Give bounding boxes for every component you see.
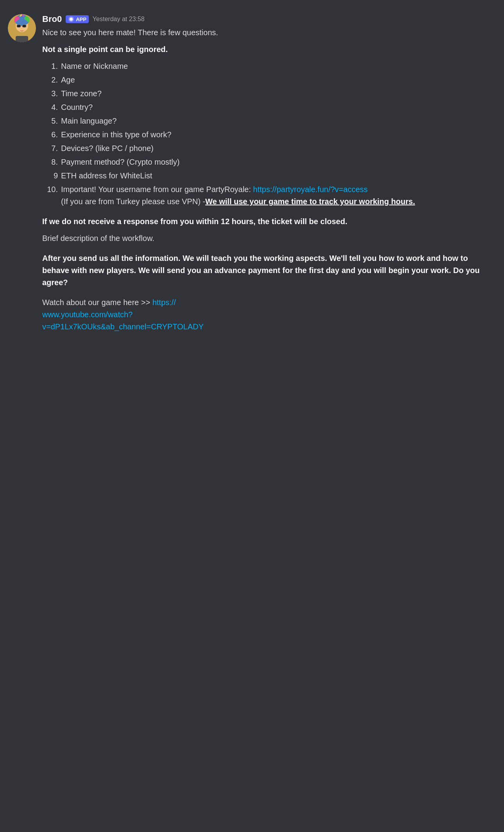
list-item: 9 ETH address for WhiteList: [42, 170, 496, 182]
list-item-10: 10. Important! Your username from our ga…: [42, 183, 496, 208]
list-text: ETH address for WhiteList: [61, 170, 152, 182]
list-number: 4.: [42, 101, 58, 113]
svg-rect-6: [16, 36, 28, 42]
after-send-text: After you send us all the information. W…: [42, 252, 496, 289]
avatar-image: [8, 14, 36, 42]
list-text: Devices? (like PC / phone): [61, 142, 154, 155]
list-number: 3.: [42, 88, 58, 100]
list-number: 5.: [42, 115, 58, 127]
message-body: Nice to see you here mate! There is few …: [42, 27, 496, 333]
question-list: 1. Name or Nickname 2. Age 3. Time zone?…: [42, 60, 496, 208]
svg-rect-3: [17, 25, 21, 27]
avatar: [8, 14, 36, 42]
list-number: 8.: [42, 156, 58, 168]
list-item: 8. Payment method? (Crypto mostly): [42, 156, 496, 168]
list-number: 6.: [42, 129, 58, 141]
list-number: 10.: [42, 183, 58, 208]
username: Bro0: [42, 14, 62, 24]
list-number: 7.: [42, 142, 58, 155]
list-text: Country?: [61, 101, 93, 113]
list-item: 3. Time zone?: [42, 88, 496, 100]
list-item: 2. Age: [42, 74, 496, 86]
list-text: Age: [61, 74, 75, 86]
list-item: 7. Devices? (like PC / phone): [42, 142, 496, 155]
app-icon: [68, 16, 74, 22]
list-text: Experience in this type of work?: [61, 129, 171, 141]
bot-badge: APP: [66, 15, 89, 23]
list-text-10: Important! Your username from our game P…: [61, 183, 415, 208]
response-warning: If we do not receive a response from you…: [42, 216, 496, 228]
message-content: Bro0 APP Yesterday at 23:58 Nice to see …: [42, 14, 496, 338]
brief-description: Brief description of the workflow.: [42, 232, 496, 244]
list-text: Payment method? (Crypto mostly): [61, 156, 179, 168]
list-item: 6. Experience in this type of work?: [42, 129, 496, 141]
list-text: Main language?: [61, 115, 117, 127]
list-item: 1. Name or Nickname: [42, 60, 496, 72]
list-number: 1.: [42, 60, 58, 72]
item10-prefix: Important! Your username from our game P…: [61, 185, 253, 194]
watch-text: Watch about our game here >> https://www…: [42, 297, 496, 333]
list-number: 9: [42, 170, 58, 182]
svg-point-8: [70, 18, 73, 21]
warning-text: Not a single point can be ignored.: [42, 43, 496, 56]
list-item: 4. Country?: [42, 101, 496, 113]
message-timestamp: Yesterday at 23:58: [93, 16, 145, 23]
list-item: 5. Main language?: [42, 115, 496, 127]
svg-rect-4: [22, 25, 26, 27]
list-text: Time zone?: [61, 88, 102, 100]
message-header: Bro0 APP Yesterday at 23:58: [42, 14, 496, 24]
list-number: 2.: [42, 74, 58, 86]
item10-vpn-note: (If you are from Turkey please use VPN) …: [61, 197, 205, 206]
partyroyale-link[interactable]: https://partyroyale.fun/?v=access: [253, 185, 368, 194]
watch-prefix: Watch about our game here >>: [42, 298, 152, 307]
message-block: Bro0 APP Yesterday at 23:58 Nice to see …: [0, 8, 504, 344]
list-text: Name or Nickname: [61, 60, 128, 72]
item10-bold-underline: We will use your game time to track your…: [205, 197, 415, 206]
intro-text: Nice to see you here mate! There is few …: [42, 27, 496, 39]
